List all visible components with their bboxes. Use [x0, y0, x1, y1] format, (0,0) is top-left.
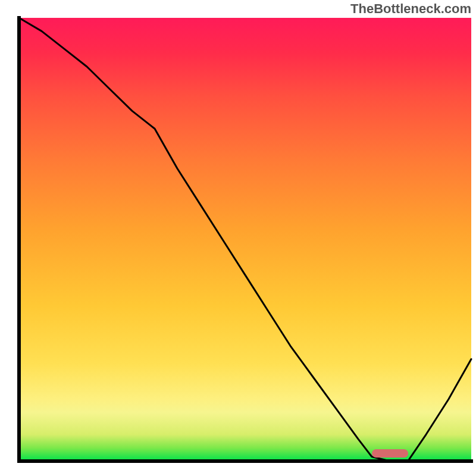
plot-area	[19, 18, 471, 461]
watermark-text: TheBottleneck.com	[350, 1, 471, 17]
optimum-marker	[372, 449, 408, 458]
chart-container: TheBottleneck.com	[0, 0, 476, 476]
bottleneck-curve	[19, 18, 471, 461]
